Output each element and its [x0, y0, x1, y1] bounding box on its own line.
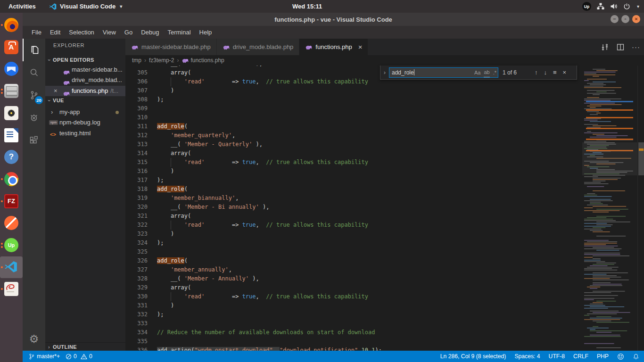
- open-editor-functions.php[interactable]: ×functions.php/t...: [45, 86, 125, 96]
- regex-icon[interactable]: .*: [493, 68, 496, 77]
- minimap[interactable]: [582, 66, 637, 351]
- tree-item-testing.html[interactable]: <>testing.html: [45, 128, 125, 139]
- code-line-315[interactable]: 315 'read' => true, // true allows this …: [125, 158, 582, 167]
- code-line-311[interactable]: 311add_role(: [125, 122, 582, 131]
- code-line-320[interactable]: 320 __( 'Member - Bi annually' ),: [125, 203, 582, 212]
- menu-selection[interactable]: Selection: [65, 26, 98, 39]
- code-line-312[interactable]: 312 'member_quarterly',: [125, 131, 582, 140]
- code-line-310[interactable]: 310: [125, 113, 582, 122]
- clock[interactable]: Wed 15:11: [292, 3, 322, 10]
- dock-postman[interactable]: [0, 212, 23, 234]
- code-line-307[interactable]: 307 ): [125, 86, 582, 95]
- source-control-activity-icon[interactable]: 20: [23, 84, 45, 107]
- menu-debug[interactable]: Debug: [137, 26, 163, 39]
- language-mode-status[interactable]: PHP: [597, 353, 609, 360]
- manage-gear-icon[interactable]: ⚙: [23, 331, 45, 347]
- code-line-329[interactable]: 329 array(: [125, 283, 582, 292]
- find-input[interactable]: add_role Aa ab .*: [389, 67, 498, 78]
- extensions-activity-icon[interactable]: [23, 129, 45, 152]
- scrollbar-thumb[interactable]: [638, 142, 644, 175]
- tab-drive_mode.blade.php[interactable]: drive_mode.blade.php: [217, 39, 299, 55]
- notifications-bell-icon[interactable]: [633, 353, 639, 360]
- code-line-313[interactable]: 313 __( 'Member - Quarterly' ),: [125, 140, 582, 149]
- network-icon[interactable]: [597, 3, 604, 10]
- code-line-309[interactable]: 309: [125, 104, 582, 113]
- code-line-326[interactable]: 326add_role(: [125, 256, 582, 265]
- open-editor-master-sidebar.b...[interactable]: master-sidebar.b...: [45, 65, 125, 75]
- code-line-316[interactable]: 316 ): [125, 167, 582, 176]
- folder-section-header[interactable]: ›VUE: [45, 96, 125, 105]
- menu-file[interactable]: File: [27, 26, 46, 39]
- code-line-335[interactable]: 335: [125, 337, 582, 346]
- search-activity-icon[interactable]: [23, 61, 45, 84]
- minimap-viewport[interactable]: [582, 142, 637, 175]
- close-button-icon[interactable]: ×: [632, 15, 640, 23]
- tray-caret-icon[interactable]: ▾: [637, 4, 639, 9]
- power-icon[interactable]: [623, 3, 630, 10]
- menu-go[interactable]: Go: [120, 26, 137, 39]
- open-editors-header[interactable]: ›OPEN EDITORS: [45, 56, 125, 65]
- code-line-328[interactable]: 328 __( 'Member - Annually' ),: [125, 274, 582, 283]
- tree-item-npm-debug.log[interactable]: npmnpm-debug.log: [45, 117, 125, 128]
- title-bar[interactable]: functions.php - vue - Visual Studio Code…: [23, 13, 644, 26]
- code-line-314[interactable]: 314 array(: [125, 149, 582, 158]
- code-line-334[interactable]: 334// Reduce the number of available dow…: [125, 328, 582, 337]
- code-line-318[interactable]: 318add_role(: [125, 185, 582, 194]
- find-next-icon[interactable]: ↓: [544, 69, 547, 76]
- split-editor-icon[interactable]: [617, 43, 624, 51]
- code-line-324[interactable]: 324);: [125, 239, 582, 247]
- problems-status[interactable]: 0 0: [66, 353, 92, 360]
- dock-libreoffice-writer[interactable]: [0, 124, 23, 146]
- breadcrumb-item[interactable]: functions.php: [190, 57, 224, 64]
- open-changes-icon[interactable]: [601, 43, 609, 51]
- dock-upwork[interactable]: [0, 234, 23, 256]
- code-line-331[interactable]: 331 ): [125, 301, 582, 310]
- menu-terminal[interactable]: Terminal: [163, 26, 195, 39]
- encoding-status[interactable]: UTF-8: [549, 353, 565, 360]
- dock-chrome[interactable]: [0, 168, 23, 190]
- cursor-position-status[interactable]: Ln 286, Col 9 (8 selected): [440, 353, 506, 360]
- tab-close-icon[interactable]: ×: [358, 43, 363, 51]
- breadcrumb-item[interactable]: fz3temp-2: [149, 57, 174, 64]
- code-line-327[interactable]: 327 'member_annually',: [125, 265, 582, 274]
- explorer-activity-icon[interactable]: [23, 39, 45, 61]
- outline-header[interactable]: ›OUTLINE: [45, 342, 125, 351]
- app-menu-button[interactable]: Visual Studio Code ▾: [49, 3, 122, 10]
- code-editor[interactable]: 304 __( 'Premium Subscriber' ),305 array…: [125, 66, 582, 351]
- minimize-button-icon[interactable]: −: [611, 15, 619, 23]
- code-line-322[interactable]: 322 'read' => true, // true allows this …: [125, 221, 582, 230]
- upwork-tray-icon[interactable]: Up: [582, 2, 591, 11]
- tab-master-sidebar.blade.php[interactable]: master-sidebar.blade.php: [125, 39, 216, 55]
- code-line-325[interactable]: 325: [125, 247, 582, 256]
- code-line-332[interactable]: 332);: [125, 310, 582, 319]
- dock-filezilla[interactable]: [0, 190, 23, 212]
- tab-functions.php[interactable]: functions.php×: [299, 39, 368, 55]
- dock-drawing-app[interactable]: [0, 278, 23, 300]
- code-line-323[interactable]: 323 ): [125, 230, 582, 239]
- close-editor-icon[interactable]: ×: [54, 86, 58, 96]
- menu-edit[interactable]: Edit: [46, 26, 65, 39]
- code-line-319[interactable]: 319 'member_biannually',: [125, 194, 582, 203]
- code-line-336[interactable]: 336add_action("wpdm_onstart_download", "…: [125, 346, 582, 351]
- indentation-status[interactable]: Spaces: 4: [514, 353, 540, 360]
- maximize-button-icon[interactable]: ▫: [621, 15, 629, 23]
- menu-help[interactable]: Help: [195, 26, 216, 39]
- whole-word-icon[interactable]: ab: [484, 67, 489, 77]
- debug-activity-icon[interactable]: [23, 107, 45, 129]
- activities-button[interactable]: Activities: [8, 3, 36, 10]
- more-actions-icon[interactable]: ···: [632, 43, 640, 51]
- code-line-333[interactable]: 333: [125, 319, 582, 328]
- find-in-selection-icon[interactable]: ≡: [553, 69, 557, 76]
- menu-view[interactable]: View: [99, 26, 120, 39]
- git-branch-status[interactable]: master*+: [28, 353, 60, 360]
- dock-file-cabinet[interactable]: [0, 80, 23, 102]
- find-previous-icon[interactable]: ↑: [535, 69, 538, 76]
- breadcrumb[interactable]: tmp›fz3temp-2›functions.php: [125, 55, 582, 66]
- code-line-330[interactable]: 330 'read' => true, // true allows this …: [125, 292, 582, 301]
- feedback-smiley-icon[interactable]: [617, 353, 624, 360]
- tree-item-my-app[interactable]: ›my-app: [45, 107, 125, 117]
- find-close-icon[interactable]: ×: [563, 69, 567, 76]
- dock-vscode[interactable]: [0, 256, 23, 278]
- volume-icon[interactable]: [610, 3, 618, 10]
- eol-status[interactable]: CRLF: [573, 353, 588, 360]
